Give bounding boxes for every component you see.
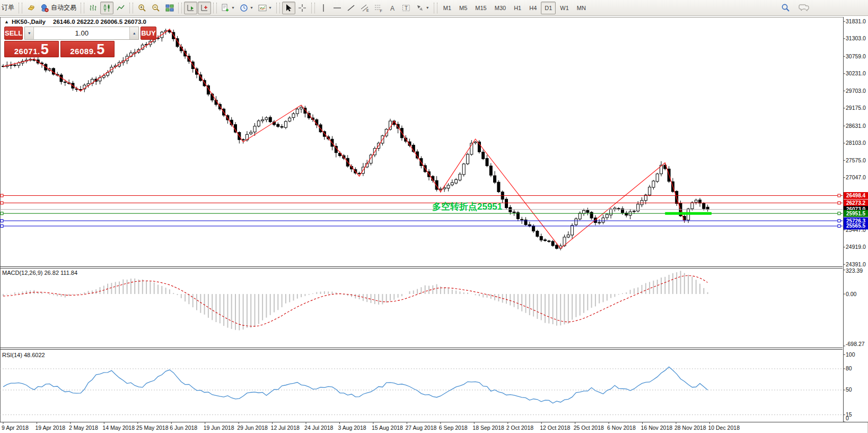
candle-body bbox=[695, 200, 697, 202]
timeframe-m30[interactable]: M30 bbox=[491, 2, 510, 14]
candle bbox=[660, 161, 663, 176]
annotation-text[interactable]: 多空转折点25951 bbox=[432, 201, 502, 212]
macd-pane[interactable] bbox=[3, 271, 708, 330]
volume-decrease-button[interactable]: ▼ bbox=[25, 27, 34, 39]
arrows-button[interactable]: ▼ bbox=[414, 2, 432, 14]
date-axis-label: 6 Nov 2018 bbox=[607, 425, 636, 431]
rsi-pane[interactable] bbox=[0, 367, 843, 414]
text-label-button[interactable]: T bbox=[400, 2, 413, 14]
date-axis-label: 25 May 2018 bbox=[136, 425, 169, 431]
timeframe-m5[interactable]: M5 bbox=[455, 2, 471, 14]
line-handle[interactable] bbox=[838, 194, 840, 197]
line-handle[interactable] bbox=[838, 212, 840, 215]
fibonacci-button[interactable]: F bbox=[372, 2, 385, 14]
order-button[interactable]: 订单 bbox=[0, 2, 16, 14]
date-axis-label: 15 Aug 2018 bbox=[372, 425, 403, 431]
zoom-out-button[interactable] bbox=[149, 2, 162, 14]
horizontal-line-button[interactable] bbox=[331, 2, 344, 14]
line-handle[interactable] bbox=[1, 202, 3, 204]
timeframe-m15[interactable]: M15 bbox=[471, 2, 490, 14]
timeframe-h4[interactable]: H4 bbox=[525, 2, 540, 14]
time-axis[interactable]: 9 Apr 201819 Apr 20182 May 201814 May 20… bbox=[2, 422, 740, 431]
price-axis-tick-label: 29703.0 bbox=[846, 88, 866, 94]
vertical-line-button[interactable] bbox=[317, 2, 330, 14]
candle bbox=[288, 116, 291, 122]
autotrade-button[interactable]: 自动交易 bbox=[38, 2, 78, 14]
candle-body bbox=[250, 132, 252, 134]
line-handle[interactable] bbox=[1, 194, 3, 197]
arrows-dropdown-caret[interactable]: ▼ bbox=[426, 6, 429, 10]
zigzag-line[interactable] bbox=[3, 29, 685, 248]
candle bbox=[435, 176, 438, 192]
ask-price-panel[interactable]: 26089. 5 bbox=[60, 41, 115, 57]
chat-button[interactable] bbox=[796, 2, 811, 14]
candle bbox=[447, 183, 450, 191]
periods-dropdown-caret[interactable]: ▼ bbox=[250, 6, 253, 10]
chart-shift-icon bbox=[200, 4, 209, 12]
candle bbox=[578, 212, 581, 221]
volume-input[interactable] bbox=[34, 27, 129, 39]
auto-scroll-button[interactable] bbox=[184, 2, 197, 14]
rsi-axis-tick-label: 80 bbox=[846, 365, 852, 371]
bid-price-panel[interactable]: 26071. 5 bbox=[4, 41, 59, 57]
toolbar-gripper bbox=[81, 3, 84, 13]
timeframe-w1[interactable]: W1 bbox=[556, 2, 573, 14]
channel-button[interactable]: E bbox=[358, 2, 372, 14]
price-axis[interactable]: 31831.031303.030759.030231.029703.029175… bbox=[843, 17, 868, 422]
timeframe-m1[interactable]: M1 bbox=[440, 2, 455, 14]
line-handle[interactable] bbox=[1, 224, 3, 227]
crosshair-icon bbox=[298, 4, 306, 12]
candle bbox=[548, 240, 550, 243]
new-order-button[interactable] bbox=[24, 2, 38, 14]
cursor-button[interactable] bbox=[282, 2, 295, 14]
date-axis-label: 2 Oct 2018 bbox=[506, 425, 534, 431]
candle-body bbox=[532, 226, 535, 231]
templates-button[interactable]: ▼ bbox=[256, 2, 274, 14]
timeframe-h1[interactable]: H1 bbox=[510, 2, 525, 14]
buy-button[interactable]: BUY bbox=[141, 27, 156, 40]
one-click-collapse-arrow[interactable]: ▲ bbox=[4, 19, 9, 24]
zoom-in-button[interactable] bbox=[135, 2, 148, 14]
indicators-dropdown-caret[interactable]: ▼ bbox=[231, 6, 235, 10]
candle-body bbox=[571, 226, 574, 235]
candle-body bbox=[482, 152, 485, 159]
line-handle[interactable] bbox=[838, 202, 840, 204]
main-price-pane[interactable] bbox=[0, 29, 843, 250]
indicators-button[interactable]: ▼ bbox=[219, 2, 237, 14]
crosshair-button[interactable] bbox=[296, 2, 309, 14]
text-button[interactable]: A bbox=[386, 2, 399, 14]
bar-chart-button[interactable] bbox=[86, 2, 100, 14]
sell-button[interactable]: SELL bbox=[4, 27, 23, 40]
periods-button[interactable]: ▼ bbox=[238, 2, 256, 14]
tile-windows-button[interactable] bbox=[163, 2, 176, 14]
line-handle[interactable] bbox=[1, 212, 3, 215]
date-axis-label: 28 Nov 2018 bbox=[674, 425, 706, 431]
candle-body bbox=[284, 122, 287, 127]
line-handle[interactable] bbox=[1, 220, 3, 222]
indicators-icon bbox=[221, 4, 230, 12]
price-axis-tick-label: 28103.0 bbox=[846, 140, 866, 146]
candle-body bbox=[269, 117, 271, 122]
candle bbox=[536, 230, 539, 238]
candle-body bbox=[486, 159, 488, 166]
line-handle[interactable] bbox=[838, 220, 840, 222]
candle-body bbox=[80, 90, 82, 90]
candle bbox=[544, 238, 547, 242]
price-axis-tick-label: 27575.0 bbox=[846, 157, 866, 163]
search-button[interactable] bbox=[779, 2, 792, 14]
volume-increase-button[interactable]: ▲ bbox=[129, 27, 138, 39]
templates-dropdown-caret[interactable]: ▼ bbox=[268, 6, 272, 10]
trendline-button[interactable] bbox=[345, 2, 358, 14]
timeframe-d1[interactable]: D1 bbox=[541, 2, 556, 14]
line-chart-button[interactable] bbox=[114, 2, 127, 14]
candlestick-chart-button[interactable] bbox=[100, 2, 113, 14]
chart-canvas[interactable]: 31831.031303.030759.030231.029703.029175… bbox=[0, 16, 868, 433]
timeframe-mn[interactable]: MN bbox=[573, 2, 590, 14]
chart-shift-button[interactable] bbox=[198, 2, 211, 14]
price-line-label: 25565.5 bbox=[846, 223, 866, 229]
candle-body bbox=[578, 213, 581, 219]
candle-body bbox=[261, 120, 264, 121]
candle bbox=[335, 143, 337, 158]
candle-body bbox=[439, 189, 442, 189]
line-handle[interactable] bbox=[838, 224, 840, 227]
